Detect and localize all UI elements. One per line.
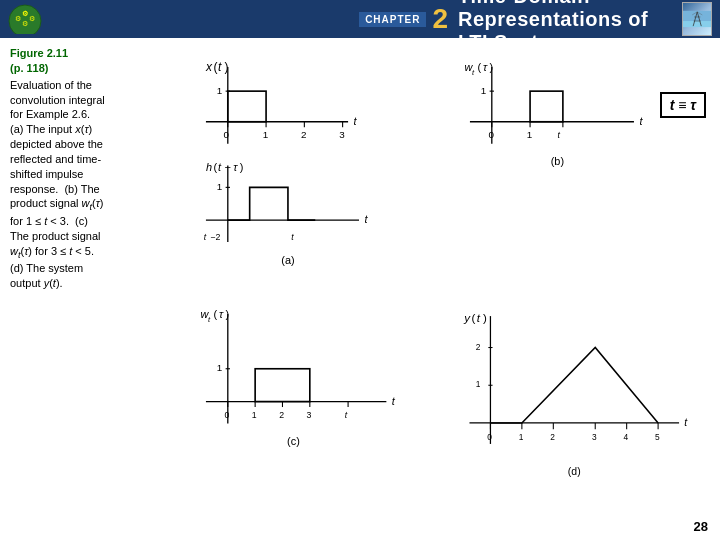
svg-text:0: 0 xyxy=(225,410,230,420)
svg-text:5: 5 xyxy=(654,432,659,442)
svg-rect-61 xyxy=(530,91,563,122)
svg-text:⚙: ⚙ xyxy=(15,15,21,22)
svg-text:t: t xyxy=(291,232,294,242)
svg-text:0: 0 xyxy=(223,129,229,140)
figure-description: Evaluation of the convolution integral f… xyxy=(10,78,183,291)
chapter-number: 2 xyxy=(432,5,448,33)
svg-text:1: 1 xyxy=(217,181,222,192)
svg-text:−2: −2 xyxy=(210,232,220,242)
svg-text:(c): (c) xyxy=(287,435,300,447)
svg-text:(b): (b) xyxy=(550,156,563,168)
diagram-c: w t ( τ ) 0 1 2 3 t 1 xyxy=(191,291,451,534)
svg-rect-29 xyxy=(228,91,266,122)
svg-text:(a): (a) xyxy=(281,254,294,266)
svg-text:4: 4 xyxy=(623,432,628,442)
svg-text:1: 1 xyxy=(480,85,485,96)
svg-text:2: 2 xyxy=(475,342,480,352)
diagrams-panel: t ≡ τ x(t) 0 1 2 3 1 xyxy=(189,42,716,536)
diagram-b: w t ( τ ) 0 1 t 1 xyxy=(455,44,715,287)
svg-text:y: y xyxy=(463,312,471,324)
diagram-d-svg: y ( t ) 0 1 2 3 4 5 xyxy=(459,295,711,530)
svg-rect-83 xyxy=(255,369,310,402)
svg-text:1: 1 xyxy=(252,410,257,420)
svg-text:0: 0 xyxy=(488,129,494,140)
svg-text:τ: τ xyxy=(483,61,488,73)
header: ⚙ ⚙ ⚙ ⚙ CHAPTER 2 Time-Domain Representa… xyxy=(0,0,720,38)
svg-text:1: 1 xyxy=(526,129,531,140)
svg-text:1: 1 xyxy=(217,362,222,373)
page-number: 28 xyxy=(694,519,708,534)
svg-text:t: t xyxy=(204,232,207,242)
svg-text:t: t xyxy=(218,60,222,74)
diagram-a: x(t) 0 1 2 3 1 t xyxy=(191,44,451,287)
svg-text:t: t xyxy=(208,315,211,324)
svg-text:(: ( xyxy=(477,61,481,73)
diagram-d: y ( t ) 0 1 2 3 4 5 xyxy=(455,291,715,534)
svg-text:t: t xyxy=(392,395,396,407)
chapter-label: CHAPTER xyxy=(359,12,426,27)
svg-text:t: t xyxy=(472,68,475,77)
svg-text:0: 0 xyxy=(487,432,492,442)
svg-text:1: 1 xyxy=(263,129,268,140)
svg-text:(: ( xyxy=(471,312,475,324)
svg-text:): ) xyxy=(483,312,487,324)
svg-text:2: 2 xyxy=(279,410,284,420)
svg-text:t: t xyxy=(557,130,560,140)
diagram-c-svg: w t ( τ ) 0 1 2 3 t 1 xyxy=(195,295,447,530)
left-panel: Figure 2.11 (p. 118) Evaluation of the c… xyxy=(4,42,189,536)
svg-text:h: h xyxy=(206,161,212,173)
svg-text:2: 2 xyxy=(301,129,306,140)
svg-text:⚙: ⚙ xyxy=(29,15,35,22)
svg-text:t: t xyxy=(364,213,368,225)
svg-text:2: 2 xyxy=(550,432,555,442)
svg-text:t: t xyxy=(684,417,688,428)
t-tau-label: t ≡ τ xyxy=(660,92,706,118)
svg-text:x: x xyxy=(205,60,213,74)
svg-text:3: 3 xyxy=(592,432,597,442)
svg-text:3: 3 xyxy=(339,129,345,140)
svg-text:t: t xyxy=(639,115,643,127)
chapter-icon: ⚙ ⚙ ⚙ ⚙ xyxy=(8,4,353,34)
svg-text:1: 1 xyxy=(217,85,222,96)
diagram-b-svg: w t ( τ ) 0 1 t 1 xyxy=(459,48,711,283)
diagram-a-svg: x(t) 0 1 2 3 1 t xyxy=(195,48,447,283)
header-image xyxy=(682,2,712,36)
svg-text:t: t xyxy=(345,410,348,420)
svg-text:t: t xyxy=(218,161,222,173)
svg-text:3: 3 xyxy=(307,410,312,420)
svg-text:t: t xyxy=(476,312,480,324)
svg-text:(: ( xyxy=(214,308,218,320)
svg-text:⚙: ⚙ xyxy=(22,10,28,17)
svg-text:1: 1 xyxy=(518,432,523,442)
svg-text:1: 1 xyxy=(475,379,480,389)
svg-text:τ: τ xyxy=(219,308,224,320)
svg-text:): ) xyxy=(240,161,244,173)
figure-title: Figure 2.11 (p. 118) xyxy=(10,46,183,76)
svg-text:τ: τ xyxy=(233,161,238,173)
main-content: Figure 2.11 (p. 118) Evaluation of the c… xyxy=(0,38,720,540)
svg-text:(d): (d) xyxy=(567,466,580,477)
svg-text:⚙: ⚙ xyxy=(22,20,28,27)
svg-text:t: t xyxy=(354,115,358,127)
